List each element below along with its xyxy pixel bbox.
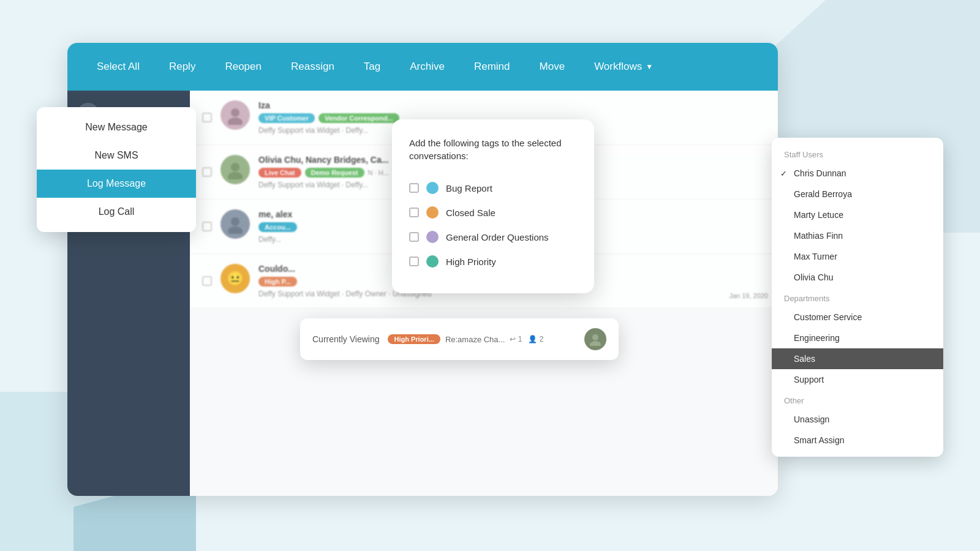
tag-row-high-priority[interactable]: High Priority [409,249,577,274]
other-unassign[interactable]: Unassign [772,409,943,430]
staff-mathias[interactable]: Mathias Finn [772,225,943,246]
svg-point-0 [231,108,239,117]
select-all-button[interactable]: Select All [85,56,152,78]
tag-label-closed: Closed Sale [446,208,496,218]
conv-name-iza: Iza [258,100,766,110]
conv-checkbox-olivia[interactable] [202,167,212,177]
tag-vendor: Vendor Correspond... [318,113,399,123]
conv-checkbox-me[interactable] [202,222,212,231]
tag-vip: VIP Customer [258,113,315,123]
dept-engineering[interactable]: Engineering [772,328,943,348]
tag-demo: Demo Request [305,168,364,178]
tag-checkbox-general[interactable] [409,232,419,242]
check-icon: ✓ [780,169,787,178]
reassign-dropdown: Staff Users ✓ Chris Dunnan Gerald Berroy… [772,138,943,457]
svg-point-5 [228,227,243,234]
svg-point-7 [590,341,601,346]
cv-label: Currently Viewing [312,334,379,344]
tag-button[interactable]: Tag [352,56,393,78]
workflows-button[interactable]: Workflows ▼ [582,56,665,78]
tag-high: High P... [258,277,297,287]
archive-button[interactable]: Archive [398,56,457,78]
conv-checkbox-iza[interactable] [202,113,212,122]
tag-row-closed-sale[interactable]: Closed Sale [409,200,577,225]
cv-tag: High Priori... [388,334,440,344]
other-smart-assign[interactable]: Smart Assign [772,430,943,451]
tag-checkbox-high[interactable] [409,257,419,266]
move-button[interactable]: Move [527,56,578,78]
tag-dot-high [426,255,439,268]
conv-extra: N · H... [368,168,389,178]
toolbar: Select All Reply Reopen Reassign Tag Arc… [67,43,778,91]
svg-point-2 [231,163,239,171]
avatar-could: 😐 [221,264,250,293]
tag-checkbox-bug[interactable] [409,183,419,193]
dept-sales[interactable]: Sales [772,348,943,369]
svg-point-6 [592,334,598,340]
cv-icons: ↩ 1 👤 2 [510,335,543,343]
cv-avatar [584,328,606,350]
tag-label-high: High Priority [446,257,496,267]
svg-point-3 [228,172,243,179]
cv-info: High Priori... Re:amaze Cha... ↩ 1 👤 2 [388,334,576,344]
tag-dot-closed [426,206,439,219]
tags-modal: Add the following tags to the selected c… [392,119,594,293]
cv-title: Re:amaze Cha... [445,335,505,344]
chevron-down-icon: ▼ [646,62,653,71]
dept-support[interactable]: Support [772,369,943,390]
tag-dot-bug [426,182,439,194]
log-message-item[interactable]: Log Message [37,170,196,198]
tags-modal-title: Add the following tags to the selected c… [409,137,577,162]
other-label: Other [772,390,943,409]
new-message-item[interactable]: New Message [37,113,196,141]
tag-label-bug: Bug Report [446,183,492,193]
departments-label: Departments [772,288,943,307]
reply-button[interactable]: Reply [157,56,208,78]
new-message-dropdown: New Message New SMS Log Message Log Call [37,107,196,232]
dept-customer-service[interactable]: Customer Service [772,307,943,328]
tag-livechat: Live Chat [258,168,301,178]
avatar-iza [221,100,250,130]
tag-checkbox-closed[interactable] [409,208,419,217]
tag-account: Accou... [258,222,297,232]
staff-chris[interactable]: ✓ Chris Dunnan [772,163,943,184]
svg-point-4 [231,217,239,226]
log-call-item[interactable]: Log Call [37,198,196,226]
avatar-me [221,209,250,239]
tag-row-general[interactable]: General Order Questions [409,225,577,249]
staff-olivia[interactable]: Olivia Chu [772,267,943,288]
tag-row-bug-report[interactable]: Bug Report [409,176,577,200]
new-sms-item[interactable]: New SMS [37,141,196,170]
tag-label-general: General Order Questions [446,232,549,242]
reopen-button[interactable]: Reopen [213,56,274,78]
remind-button[interactable]: Remind [462,56,522,78]
currently-viewing-tooltip: Currently Viewing High Priori... Re:amaz… [300,318,619,360]
staff-max[interactable]: Max Turner [772,246,943,267]
staff-marty[interactable]: Marty Letuce [772,204,943,225]
conv-date: Jan 19, 2020 [729,292,768,299]
tag-dot-general [426,231,439,243]
svg-point-1 [228,118,243,125]
reassign-button[interactable]: Reassign [279,56,347,78]
staff-gerald[interactable]: Gerald Berroya [772,184,943,204]
staff-users-label: Staff Users [772,144,943,163]
avatar-olivia [221,155,250,184]
conv-checkbox-could[interactable] [202,276,212,286]
